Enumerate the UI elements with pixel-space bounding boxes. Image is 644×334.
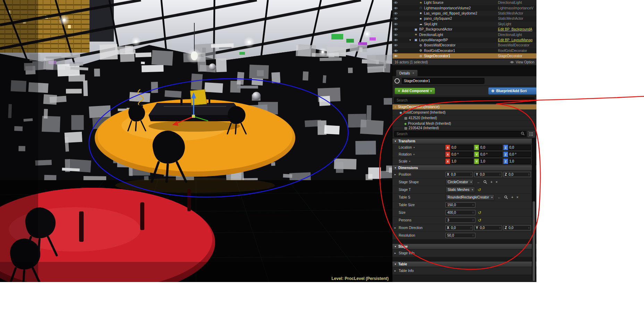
visibility-eye-icon[interactable] <box>393 49 399 52</box>
axis-value[interactable]: 0,0 <box>450 145 473 150</box>
actor-icon <box>395 78 400 84</box>
edit-blueprint-link[interactable]: Edit BP_BackgroundA <box>498 27 534 31</box>
outliner-row-layoutmanagerbp[interactable]: ▾▣LayoutManagerBPEdit BP_LayoutManag <box>392 37 536 43</box>
vector-field-x[interactable]: X0,0↕ <box>446 172 473 177</box>
tab-details[interactable]: Details × <box>396 70 418 76</box>
component-row-stagedecorator1-instance-[interactable]: ○StageDecorator1(Instance) <box>392 104 536 110</box>
blueprint-add-script-button[interactable]: ⚙ Blueprint/Add Scri <box>488 87 536 95</box>
add-icon[interactable]: + <box>511 195 513 199</box>
expander-icon[interactable]: ▸ <box>395 252 396 255</box>
outliner-row-light-source[interactable]: ☀Light SourceDirectionalLight <box>392 0 536 5</box>
browse-asset-icon[interactable] <box>483 180 487 184</box>
axis-value[interactable]: 1,0 <box>479 159 502 164</box>
section-header-stage[interactable]: ▼Stage <box>392 244 536 249</box>
property-search-input[interactable] <box>394 131 526 137</box>
outliner-row-skylight[interactable]: ☁SkyLightSkyLight <box>392 21 536 27</box>
dropdown-table-s[interactable]: RoundedRectangleCreator▾ <box>446 194 494 201</box>
axis-field-y[interactable]: Y1,0 <box>474 159 502 164</box>
visibility-eye-icon[interactable] <box>393 28 399 31</box>
reset-to-default-icon[interactable]: ↺ <box>478 211 481 214</box>
axis-field-y[interactable]: Y0,0 ° <box>474 152 502 157</box>
level-name-label: Level: ProcLevel (Persistent) <box>331 276 389 281</box>
axis-value[interactable]: 0,0 <box>479 145 502 150</box>
outliner-row-pano-citysquare2[interactable]: ■pano_citySquare2StaticMeshActor <box>392 16 536 21</box>
component-row-412520-inherited-[interactable]: ▤412520 (Inherited) <box>392 115 536 121</box>
vector-field-y[interactable]: Y0,0↕ <box>474 225 502 230</box>
outliner-row-bp-backgroundactor[interactable]: ▣BP_BackgroundActorEdit BP_BackgroundA <box>392 27 536 32</box>
property-values: 400,0↕↺ <box>446 210 531 215</box>
visibility-eye-icon[interactable] <box>393 17 399 20</box>
details-scrollbar[interactable] <box>532 139 536 280</box>
actor-name-field[interactable] <box>402 78 484 84</box>
component-search-input[interactable] <box>394 97 535 103</box>
number-field-resolution[interactable]: 50,0↕ <box>446 233 475 238</box>
expander-icon[interactable]: ▸ <box>395 269 396 272</box>
vector-field-x[interactable]: X0,0↕ <box>446 225 473 230</box>
reset-to-default-icon[interactable]: ↺ <box>478 219 481 222</box>
actor-type-label: RoofGridDecorator <box>498 49 534 53</box>
section-header-transform[interactable]: ▼Transform <box>392 138 536 144</box>
viewport-3d-scene[interactable]: Level: ProcLevel (Persistent) <box>0 0 392 282</box>
chevron-down-icon[interactable]: ▾ <box>409 160 410 163</box>
dropdown-stage-t[interactable]: Static Meshes▾ <box>446 187 475 193</box>
axis-value[interactable]: 0,0 ° <box>508 152 531 157</box>
axis-field-y[interactable]: Y0,0 <box>474 145 502 150</box>
outliner-row-boxeswalldecorator[interactable]: ⚙BoxesWallDecoratorBoxesWallDecorator <box>392 43 536 48</box>
chevron-down-icon[interactable]: ▾ <box>413 153 415 156</box>
axis-value[interactable]: 0,0 <box>508 145 531 150</box>
axis-field-z[interactable]: Z0,0 ° <box>503 152 531 157</box>
number-field-size[interactable]: 400,0↕ <box>446 210 475 215</box>
component-row-2105424-inherited-[interactable]: ▤2105424 (Inherited) <box>392 126 536 130</box>
use-selected-arrow-icon[interactable]: ← <box>477 180 480 184</box>
expander-icon[interactable]: ▸ <box>395 226 396 229</box>
vector-field-y[interactable]: Y0,0↕ <box>474 172 502 177</box>
visibility-eye-icon[interactable] <box>393 7 399 10</box>
axis-field-x[interactable]: X1,0 <box>446 159 473 164</box>
add-icon[interactable]: + <box>490 180 492 184</box>
chevron-down-icon[interactable]: ▾ <box>414 146 415 149</box>
expander-icon[interactable]: ▸ <box>395 173 396 176</box>
number-field-persons[interactable]: 3↕ <box>446 218 475 223</box>
axis-value[interactable]: 0,0 ° <box>479 152 502 157</box>
visibility-eye-icon[interactable] <box>393 12 399 15</box>
use-selected-arrow-icon[interactable]: ← <box>498 195 501 199</box>
axis-field-x[interactable]: X0,0 ° <box>446 152 473 157</box>
axis-value[interactable]: 0,0 ° <box>450 152 473 157</box>
axis-value[interactable]: 1,0 <box>450 159 473 164</box>
axis-field-z[interactable]: Z0,0 <box>503 145 531 150</box>
outliner-row-roofgriddecorator1[interactable]: ⚙RoofGridDecorator1RoofGridDecorator <box>392 48 536 53</box>
visibility-eye-icon[interactable] <box>393 1 399 4</box>
section-header-dimensions[interactable]: ▼Dimensions <box>392 165 536 171</box>
browse-asset-icon[interactable] <box>504 195 508 199</box>
visibility-eye-icon[interactable] <box>393 33 399 36</box>
component-row-procedural-mesh-inherited-[interactable]: ◆Procedural Mesh (Inherited) <box>392 121 536 126</box>
dropdown-stage-shape[interactable]: CircleCreator▾ <box>446 179 474 185</box>
component-row-rootcomponent-inherited-[interactable]: ◉RootComponent (Inherited) <box>392 110 536 115</box>
vector-field-z[interactable]: Z0,0↕ <box>503 225 531 230</box>
visibility-eye-icon[interactable] <box>393 54 399 58</box>
view-options-button[interactable]: View Option <box>510 60 534 64</box>
outliner-row-lightmassimportancevolume2[interactable]: □LightmassImportanceVolume2LightmassImpo… <box>392 5 536 10</box>
outliner-row-directionallight[interactable]: ☀DirectionalLightDirectionalLight <box>392 32 536 37</box>
visibility-eye-icon[interactable] <box>393 44 399 47</box>
visibility-eye-icon[interactable] <box>393 23 399 26</box>
axis-value[interactable]: 1,0 <box>508 159 531 164</box>
axis-field-x[interactable]: X0,0 <box>446 145 473 150</box>
edit-blueprint-link[interactable]: Edit BP_LayoutManag <box>498 38 534 42</box>
section-header-table[interactable]: ▼Table <box>392 261 536 267</box>
view-mode-grid-button[interactable] <box>528 131 535 137</box>
number-value: 150,0 <box>447 203 456 207</box>
clear-icon[interactable]: × <box>516 195 518 199</box>
outliner-row-stagedecorator1[interactable]: ⚙StageDecorator1StageDecorator <box>392 53 536 59</box>
clear-icon[interactable]: × <box>495 180 498 184</box>
reset-to-default-icon[interactable]: ↺ <box>477 188 481 192</box>
expander-arrow-icon[interactable]: ▾ <box>409 38 413 42</box>
vector-field-z[interactable]: Z0,0↕ <box>503 172 531 177</box>
outliner-row-las-vegas-old-flipped-skydome2[interactable]: ■Las_vegas_old_flipped_skydome2StaticMes… <box>392 11 536 16</box>
close-icon[interactable]: × <box>413 71 414 75</box>
number-field-table-size[interactable]: 150,0↕ <box>446 202 475 208</box>
scrollbar-thumb[interactable] <box>533 201 535 281</box>
add-component-button[interactable]: + Add Component ▾ <box>395 88 435 94</box>
visibility-eye-icon[interactable] <box>393 38 399 42</box>
axis-field-z[interactable]: Z1,0 <box>503 159 531 164</box>
